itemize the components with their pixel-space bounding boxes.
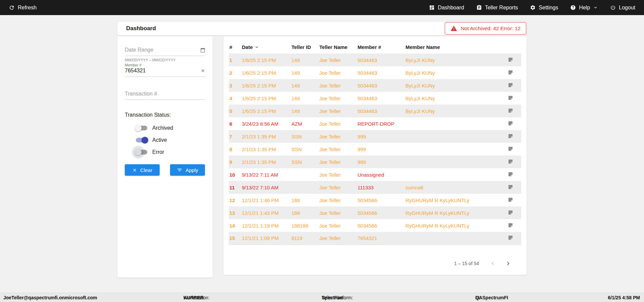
note-icon[interactable] <box>508 82 513 88</box>
note-icon[interactable] <box>508 197 513 202</box>
current-datetime: 6/1/25 4:58 PM <box>608 295 640 300</box>
note-icon[interactable] <box>508 121 513 126</box>
toggle-row: Archived <box>136 125 205 131</box>
toggle-active[interactable] <box>136 138 147 142</box>
close-icon <box>132 168 137 173</box>
note-icon[interactable] <box>508 108 513 113</box>
nav-dashboard[interactable]: Dashboard <box>429 5 464 11</box>
date-range-format-hint: MM/DD/YYYY – MM/DD/YYYY <box>125 58 205 62</box>
table-row[interactable]: 3 1/6/25 2:15 PM 149 Joe Teller 5034463 … <box>229 79 521 92</box>
chevron-left-icon <box>489 260 496 267</box>
nav-teller-reports[interactable]: Teller Reports <box>476 5 518 11</box>
note-icon[interactable] <box>508 70 513 75</box>
toggle-row: Error <box>136 149 205 156</box>
column-header-teller-id[interactable]: Teller ID <box>291 41 319 54</box>
table-row[interactable]: 6 3/24/23 8:56 AM AZM Joe Teller REPORT-… <box>229 117 521 130</box>
apply-button-label: Apply <box>185 167 198 173</box>
nav-help[interactable]: Help <box>570 5 598 11</box>
close-icon[interactable] <box>201 68 205 73</box>
pagination: 1 – 15 of 54 <box>229 260 521 267</box>
filter-icon <box>177 167 182 173</box>
note-icon[interactable] <box>508 159 513 164</box>
note-icon[interactable] <box>508 95 513 101</box>
clear-button-label: Clear <box>140 167 152 173</box>
nav-settings[interactable]: Settings <box>530 5 558 11</box>
chevron-right-icon[interactable] <box>504 260 512 267</box>
note-icon[interactable] <box>508 223 513 228</box>
table-row[interactable]: 9 2/1/23 1:35 PM SSN Joe Teller 999 <box>229 156 521 168</box>
apply-button[interactable]: Apply <box>170 164 205 176</box>
table-header-row: # Date Teller ID Teller Name Member # <box>229 41 521 54</box>
column-header-num: # <box>229 41 241 54</box>
table-row[interactable]: 14 12/1/21 1:19 PM 188188 Joe Teller 503… <box>229 219 521 232</box>
toggle-label: Archived <box>152 125 173 131</box>
table-row[interactable]: 11 9/13/22 7:10 AM Joe Teller 111333 sum… <box>229 181 521 194</box>
column-header-date[interactable]: Date <box>241 41 291 54</box>
reports-icon <box>476 5 482 10</box>
date-range-input[interactable] <box>125 47 200 53</box>
results-panel: # Date Teller ID Teller Name Member # <box>223 36 527 275</box>
column-header-teller-name[interactable]: Teller Name <box>319 41 357 54</box>
chevron-down-icon <box>593 5 598 10</box>
note-icon[interactable] <box>508 172 513 177</box>
table-row[interactable]: 1 1/6/25 2:15 PM 149 Joe Teller 5034463 … <box>229 54 521 66</box>
nav-settings-label: Settings <box>539 5 558 11</box>
table-row[interactable]: 4 1/6/25 2:15 PM 149 Joe Teller 5034463 … <box>229 92 521 105</box>
nav-dashboard-label: Dashboard <box>438 5 464 11</box>
table-row[interactable]: 13 12/1/21 1:43 PM 188 Joe Teller 503456… <box>229 206 521 219</box>
toggle-list: Archived Active Error <box>125 125 205 156</box>
table-row[interactable]: 8 2/1/23 1:35 PM SSN Joe Teller 999 <box>229 143 521 156</box>
toggle-archived[interactable] <box>136 126 147 130</box>
toggle-error[interactable] <box>136 150 147 155</box>
table-row[interactable]: 10 9/13/22 7:11 AM Joe Teller Unassigned <box>229 168 521 181</box>
alert-text: Not Archived: 42 Error: 12 <box>461 25 521 32</box>
refresh-label: Refresh <box>18 5 37 11</box>
sort-desc-icon <box>254 45 259 50</box>
member-number-label: Member # <box>125 63 205 67</box>
teller-platform-info: Teller Platform: Spectrum <box>322 295 343 300</box>
transaction-status-label: Transaction Status: <box>125 112 205 118</box>
table-row[interactable]: 12 12/1/21 1:46 PM 188 Joe Teller 503456… <box>229 194 521 206</box>
note-icon[interactable] <box>508 235 513 240</box>
clear-button[interactable]: Clear <box>125 164 160 176</box>
fi-info: FI: QASpectrumFI <box>475 295 508 300</box>
note-icon[interactable] <box>508 184 513 190</box>
filter-panel: MM/DD/YYYY – MM/DD/YYYY Member # Transac… <box>117 36 213 278</box>
nav-help-label: Help <box>579 5 590 11</box>
page-title: Dashboard <box>126 25 156 32</box>
help-icon <box>570 5 576 10</box>
transaction-number-input[interactable] <box>125 91 205 97</box>
column-header-member-num[interactable]: Member # <box>357 41 405 54</box>
power-icon <box>610 5 616 10</box>
table-body: 1 1/6/25 2:15 PM 149 Joe Teller 5034463 … <box>229 54 521 245</box>
note-icon[interactable] <box>508 210 513 215</box>
refresh-button[interactable]: Refresh <box>9 5 37 11</box>
nav-logout-label: Logout <box>619 5 635 11</box>
table-row[interactable]: 7 2/1/23 1:35 PM SSN Joe Teller 999 <box>229 130 521 143</box>
error-alert[interactable]: Not Archived: 42 Error: 12 <box>445 22 526 35</box>
column-header-notes <box>502 41 521 54</box>
calendar-icon[interactable] <box>200 48 205 53</box>
toggle-label: Error <box>152 149 164 155</box>
note-icon[interactable] <box>508 57 513 62</box>
toggle-row: Active <box>136 137 205 143</box>
gear-icon <box>530 5 536 10</box>
nav-teller-reports-label: Teller Reports <box>485 5 518 11</box>
warning-icon <box>450 25 457 32</box>
nav-logout[interactable]: Logout <box>610 5 635 11</box>
status-bar: JoeTeller@qaspectrumfi.onmicrosoft.com W… <box>0 293 644 302</box>
note-icon[interactable] <box>508 133 513 139</box>
page-header: Dashboard Not Archived: 42 Error: 12 <box>117 22 527 35</box>
table-row[interactable]: 15 12/1/21 1:09 PM 8119 Joe Teller 76543… <box>229 232 521 245</box>
toggle-label: Active <box>152 137 167 143</box>
workstation-info: Workstation: KURRER <box>183 295 204 300</box>
top-navbar: Refresh Dashboard Teller Reports Setting… <box>0 0 644 15</box>
member-number-input[interactable] <box>125 68 201 74</box>
dashboard-icon <box>429 5 435 10</box>
table-row[interactable]: 5 1/6/25 2:15 PM 149 Joe Teller 5034463 … <box>229 105 521 117</box>
table-row[interactable]: 2 1/6/25 2:15 PM 149 Joe Teller 5034463 … <box>229 66 521 79</box>
refresh-icon <box>9 5 15 11</box>
transactions-table: # Date Teller ID Teller Name Member # <box>229 41 521 245</box>
column-header-member-name[interactable]: Member Name <box>405 41 502 54</box>
note-icon[interactable] <box>508 146 513 152</box>
